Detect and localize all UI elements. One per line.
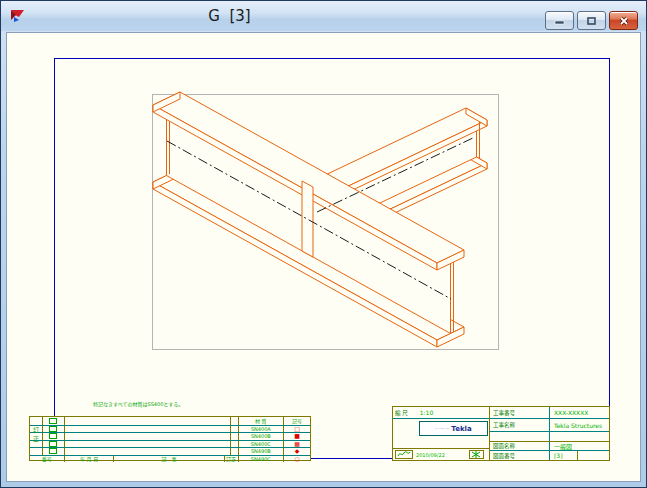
check-stamp-icon bbox=[469, 450, 484, 459]
material-name: SN400B bbox=[238, 433, 284, 440]
field-label: 工事名称 bbox=[490, 419, 550, 431]
table-row: SN490B ◆ bbox=[30, 447, 310, 455]
material-mark: ○ bbox=[283, 456, 310, 463]
tekla-logo-box: ·· ···· ··· Tekla bbox=[419, 421, 488, 436]
revision-table: 材 質 記号 SN400A □ SN400B ■ SN400C ▩ bbox=[29, 416, 311, 461]
tekla-logo-text: Tekla bbox=[451, 425, 471, 433]
table-row: 番号 年 月 日 記 事 訂正 SN490C ○ bbox=[30, 455, 310, 463]
title-block-left: 縮 尺 1:10 ·· ···· ··· Tekla 2010/09/22 bbox=[393, 407, 489, 460]
material-header: 材 質 bbox=[238, 417, 284, 425]
table-row: SN400A □ bbox=[30, 425, 310, 433]
revision-side-label: 訂正 bbox=[30, 419, 42, 453]
app-window: G [3] bbox=[0, 0, 647, 488]
drawing-date: 2010/09/22 bbox=[416, 452, 445, 458]
field-label: 図面名称 bbox=[490, 442, 550, 450]
approval-stamp-icon bbox=[395, 450, 413, 459]
scale-label: 縮 尺 bbox=[395, 409, 408, 417]
field-value: 一般図 bbox=[550, 442, 609, 450]
stamp-mark-icon bbox=[49, 426, 57, 432]
field-label: 図面番号 bbox=[490, 451, 550, 460]
table-row: SN400B ■ bbox=[30, 432, 310, 440]
title-block: 縮 尺 1:10 ·· ···· ··· Tekla 2010/09/22 工事… bbox=[392, 406, 610, 461]
approval-strip: 2010/09/22 bbox=[393, 448, 489, 460]
stamp-mark-icon bbox=[49, 418, 57, 424]
stamp-mark-icon bbox=[49, 441, 57, 447]
general-note: 特記なきすべての材質はSS400とする。 bbox=[93, 400, 183, 407]
table-row: SN400C ▩ bbox=[30, 440, 310, 448]
field-label: 工事番号 bbox=[490, 407, 550, 418]
field-label bbox=[490, 432, 550, 441]
mark-header: 記号 bbox=[283, 417, 310, 425]
logo-slogan: ·· ···· ··· bbox=[435, 426, 449, 431]
stamp-mark-icon bbox=[49, 448, 57, 454]
empty-cell bbox=[577, 451, 609, 460]
stamp-mark-icon bbox=[49, 433, 57, 439]
scale-value: 1:10 bbox=[420, 409, 433, 416]
field-value: Tekla Structures bbox=[550, 419, 609, 431]
field-value: XXX-XXXXX bbox=[550, 407, 609, 418]
column-approved: 訂正 bbox=[224, 456, 238, 463]
column-remarks: 記 事 bbox=[113, 456, 223, 463]
field-value bbox=[550, 432, 609, 441]
material-name: SN400C bbox=[238, 441, 284, 448]
column-no: 番号 bbox=[30, 456, 64, 463]
material-mark: ▩ bbox=[283, 441, 310, 448]
column-date: 年 月 日 bbox=[64, 456, 114, 463]
material-name: SN490B bbox=[238, 448, 284, 455]
title-block-fields: 工事番号 XXX-XXXXX 工事名称 Tekla Structures 図面名… bbox=[489, 407, 609, 460]
material-name: SN400A bbox=[238, 426, 284, 433]
web-stiffener-plate[interactable] bbox=[302, 181, 313, 257]
table-row: 材 質 記号 bbox=[30, 417, 310, 425]
field-value: [3] bbox=[550, 451, 577, 460]
material-name: SN490C bbox=[238, 456, 284, 463]
material-mark: ■ bbox=[283, 433, 310, 440]
material-mark: ◆ bbox=[283, 448, 310, 455]
material-mark: □ bbox=[283, 426, 310, 433]
